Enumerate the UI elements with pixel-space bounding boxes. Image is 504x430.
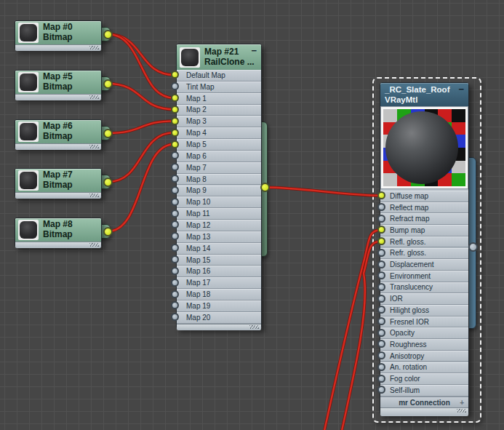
input-socket-tint-map[interactable]: [171, 82, 179, 90]
input-socket-map-4[interactable]: [171, 129, 179, 137]
input-socket-refl-gloss[interactable]: [377, 237, 385, 245]
slot-row-ior: IOR: [380, 293, 468, 305]
slot-row-map-8: Map 8: [177, 174, 261, 186]
slot-label: Translucency: [380, 283, 433, 291]
input-socket-map-9[interactable]: [171, 186, 179, 194]
output-socket-map-7[interactable]: [103, 178, 113, 187]
node-header[interactable]: Map #6 Bitmap: [15, 120, 101, 143]
slot-label: Hilight gloss: [380, 306, 429, 314]
node-title: Map #5: [43, 72, 73, 82]
node-title: Map #8: [43, 220, 73, 230]
bitmap-thumbnail-icon: [18, 220, 39, 240]
input-socket-roughness[interactable]: [377, 340, 385, 348]
collapse-icon[interactable]: −: [458, 84, 464, 95]
slot-row-tint-map: Tint Map: [177, 81, 261, 93]
output-socket-map-0[interactable]: [103, 30, 113, 39]
node-header[interactable]: Map #0 Bitmap: [15, 21, 101, 44]
resize-handle[interactable]: [15, 44, 101, 51]
input-socket-map-5[interactable]: [171, 140, 179, 148]
input-socket-anisotropy[interactable]: [377, 351, 385, 359]
input-socket-self-illum[interactable]: [377, 386, 385, 394]
input-socket-default-map[interactable]: [171, 71, 179, 79]
bitmap-node-map-8[interactable]: Map #8 Bitmap: [15, 218, 102, 247]
output-socket-map-5[interactable]: [103, 79, 113, 89]
bitmap-node-map-7[interactable]: Map #7 Bitmap: [15, 168, 102, 198]
bitmap-node-map-5[interactable]: Map #5 Bitmap: [15, 70, 102, 100]
node-header[interactable]: Map #7 Bitmap: [15, 169, 101, 192]
slot-label: Default Map: [177, 71, 225, 79]
input-socket-map-11[interactable]: [171, 210, 179, 218]
slot-label: Roughness: [380, 341, 427, 349]
node-header[interactable]: Map #8 Bitmap: [15, 218, 101, 242]
bitmap-node-map-6[interactable]: Map #6 Bitmap: [15, 119, 102, 149]
vray-output-socket[interactable]: [468, 242, 478, 252]
input-socket-translucency[interactable]: [377, 283, 385, 291]
railclone-output-socket[interactable]: [260, 183, 270, 192]
node-header[interactable]: _RC_Slate_Roof VRayMtl −: [380, 83, 468, 106]
input-socket-map-20[interactable]: [171, 313, 179, 321]
node-title: Map #7: [43, 170, 73, 180]
input-socket-opacity[interactable]: [377, 329, 385, 337]
bitmap-thumbnail-icon: [18, 170, 39, 191]
input-socket-map-16[interactable]: [171, 267, 179, 275]
input-socket-map-17[interactable]: [171, 279, 179, 287]
resize-handle[interactable]: [15, 143, 101, 150]
resize-handle[interactable]: [380, 407, 468, 416]
input-socket-fog-color[interactable]: [377, 375, 385, 383]
input-socket-fresnel-ior[interactable]: [377, 317, 385, 325]
input-socket-map-10[interactable]: [171, 198, 179, 206]
connection-wire[interactable]: [265, 188, 382, 196]
input-socket-environment[interactable]: [377, 271, 385, 279]
connection-wire[interactable]: [108, 34, 175, 98]
input-socket-bump-map[interactable]: [377, 226, 385, 234]
slot-label: Map 8: [177, 175, 207, 183]
input-socket-diffuse-map[interactable]: [377, 191, 385, 199]
slot-row-displacement: Displacement: [380, 259, 468, 271]
node-header[interactable]: Map #21 RailClone ... −: [177, 44, 261, 70]
slot-row-map-15: Map 15: [177, 255, 261, 266]
input-socket-refract-map[interactable]: [377, 215, 385, 223]
connection-wire[interactable]: [108, 132, 175, 182]
material-sphere: [385, 111, 458, 184]
output-socket-map-8[interactable]: [103, 227, 113, 236]
material-preview[interactable]: [381, 107, 468, 188]
input-socket-map-8[interactable]: [171, 175, 179, 183]
connection-wire[interactable]: [323, 230, 381, 430]
input-socket-ior[interactable]: [377, 295, 385, 303]
input-socket-map-14[interactable]: [171, 244, 179, 252]
slot-row-map-12: Map 12: [177, 220, 261, 231]
slot-row-map-17: Map 17: [177, 277, 261, 289]
mr-connection-label: mr Connection: [399, 399, 450, 407]
input-socket-map-1[interactable]: [171, 94, 179, 102]
input-socket-displacement[interactable]: [377, 260, 385, 268]
input-socket-an-rotation[interactable]: [377, 363, 385, 371]
resize-handle[interactable]: [15, 242, 101, 248]
input-socket-map-19[interactable]: [171, 301, 179, 309]
input-socket-refr-gloss[interactable]: [377, 249, 385, 257]
input-socket-map-13[interactable]: [171, 232, 179, 240]
slot-label: Tint Map: [177, 83, 215, 91]
node-canvas[interactable]: Map #0 Bitmap Map #5 Bitmap Map #6 Bitma…: [0, 0, 504, 430]
plus-icon[interactable]: +: [460, 397, 464, 408]
input-socket-reflect-map[interactable]: [377, 203, 385, 211]
output-socket-map-6[interactable]: [103, 129, 113, 138]
input-socket-map-3[interactable]: [171, 117, 179, 125]
vray-material-node[interactable]: _RC_Slate_Roof VRayMtl − Diffuse map Ref…: [380, 82, 469, 415]
input-socket-map-6[interactable]: [171, 151, 179, 159]
railclone-node[interactable]: Map #21 RailClone ... − Default Map Tint…: [176, 44, 262, 329]
node-header[interactable]: Map #5 Bitmap: [15, 71, 101, 94]
input-socket-map-15[interactable]: [171, 255, 179, 263]
slot-label: Fog color: [380, 375, 420, 383]
bitmap-node-map-0[interactable]: Map #0 Bitmap: [15, 20, 102, 50]
input-socket-map-7[interactable]: [171, 163, 179, 171]
input-socket-map-12[interactable]: [171, 220, 179, 228]
node-subtitle: Bitmap: [43, 230, 73, 240]
collapse-icon[interactable]: −: [251, 45, 257, 56]
resize-handle[interactable]: [15, 94, 101, 100]
resize-handle[interactable]: [15, 192, 101, 199]
input-socket-map-2[interactable]: [171, 105, 179, 114]
input-socket-map-18[interactable]: [171, 290, 179, 298]
input-socket-hilight-gloss[interactable]: [377, 306, 385, 314]
resize-handle[interactable]: [177, 324, 261, 330]
mr-connection-bar[interactable]: mr Connection +: [380, 397, 468, 407]
